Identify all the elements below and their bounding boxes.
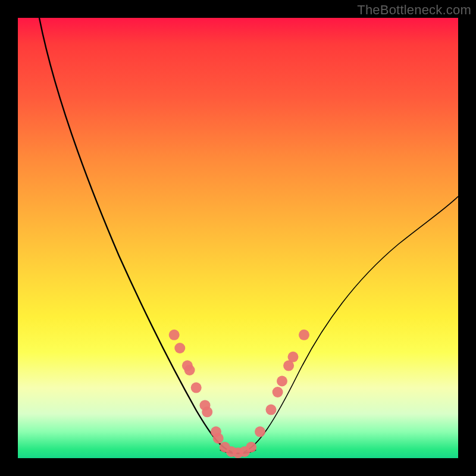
data-point-group [169,330,309,458]
data-point [200,400,211,411]
data-point [182,361,193,371]
data-point [220,442,230,453]
data-point [266,405,277,415]
data-point [191,383,202,393]
data-point [184,365,195,375]
data-point [226,446,237,457]
data-point [174,343,185,353]
data-point [283,361,294,371]
left-branch-curve [39,18,232,452]
chart-frame: TheBottleneck.com [0,0,476,476]
data-point [213,433,224,444]
data-point [211,427,221,437]
plot-area [18,18,458,458]
data-point [299,330,309,340]
data-point [273,387,283,397]
valley-floor-curve [220,450,256,453]
data-point [169,330,180,340]
data-point [277,376,287,387]
chart-svg [18,18,458,458]
data-point [202,406,212,417]
watermark-text: TheBottleneck.com [357,2,471,18]
data-point [255,427,265,437]
right-branch-curve [244,196,458,452]
data-point [288,352,299,362]
data-point [233,447,243,458]
data-point [246,442,256,453]
data-point [239,446,250,457]
